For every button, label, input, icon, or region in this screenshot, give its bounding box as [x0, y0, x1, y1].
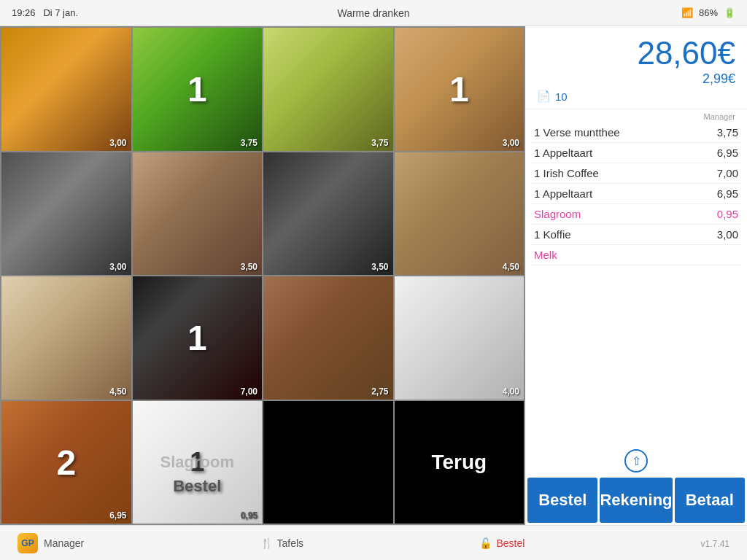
- product-cappuccino[interactable]: 3,50: [133, 152, 263, 276]
- manager-bottom-label: Manager: [44, 537, 84, 549]
- battery-label: 86%: [699, 7, 718, 18]
- version-info: v1.7.41: [701, 537, 729, 549]
- qty-latte: 1: [449, 69, 469, 109]
- order-price-3: 7,00: [709, 167, 738, 179]
- price-mint: 3,75: [241, 138, 258, 148]
- order-item-5: 1 Koffie: [534, 228, 709, 241]
- product-tea[interactable]: 3,00: [1, 28, 131, 151]
- order-price-5: 3,00: [709, 228, 738, 241]
- product-chocolate[interactable]: 2,75: [263, 276, 393, 400]
- bottom-center[interactable]: 🍴 Tafels: [260, 537, 304, 549]
- order-item-2: 1 Appeltaart: [534, 147, 709, 159]
- product-whipcream[interactable]: 4,00: [395, 276, 525, 400]
- product-mint[interactable]: 1 3,75: [133, 28, 263, 151]
- table-icon: 📄: [537, 90, 551, 103]
- qty-mint: 1: [187, 69, 207, 109]
- product-appeltaart[interactable]: 2 6,95: [1, 401, 131, 524]
- price-coffee: 4,50: [503, 262, 519, 272]
- terug-label: Terug: [431, 451, 487, 474]
- price-irishcoffee: 7,00: [241, 386, 258, 397]
- gp-logo: GP: [18, 533, 38, 553]
- product-coffee[interactable]: 4,50: [395, 152, 525, 276]
- tafels-icon: 🍴: [260, 537, 273, 549]
- tafels-label: Tafels: [277, 537, 304, 549]
- order-row-1[interactable]: 1 Verse muntthee 3,75: [531, 122, 741, 143]
- price-espresso: 3,00: [109, 262, 126, 272]
- order-price-slagroom: 0,95: [709, 208, 738, 220]
- logo-text: GP: [21, 538, 34, 548]
- price-appeltaart: 6,95: [109, 510, 126, 521]
- order-list: Manager 1 Verse muntthee 3,75 1 Appeltaa…: [525, 109, 747, 446]
- scroll-up-section: ⇧: [525, 446, 747, 475]
- battery-icon: 🔋: [724, 7, 735, 18]
- bestel-lock-icon: 🔓: [479, 537, 492, 549]
- order-item-3: 1 Irish Coffee: [534, 167, 709, 179]
- manager-label: Manager: [531, 109, 741, 122]
- total-amount: 28,60€: [537, 35, 735, 71]
- bestel-bottom-label: Bestel: [496, 537, 525, 549]
- right-panel: 28,60€ 2,99€ 📄 10 Manager 1 Verse muntth…: [525, 26, 747, 525]
- per-item-amount: 2,99€: [537, 71, 735, 87]
- page-title: Warme dranken: [337, 7, 409, 19]
- date: Di 7 jan.: [43, 7, 78, 18]
- price-chocolate: 2,75: [371, 386, 388, 397]
- label-slagroom: Bestel: [173, 477, 221, 496]
- order-item-1: 1 Verse muntthee: [534, 126, 709, 139]
- price-cappuccino: 3,50: [241, 262, 258, 272]
- price-latte: 3,00: [503, 138, 519, 148]
- betaal-button[interactable]: Betaal: [675, 478, 745, 523]
- slagroom-text: Slagroom: [160, 453, 234, 472]
- price-darkcoffee: 3,50: [371, 262, 388, 272]
- product-empty: [263, 401, 393, 524]
- order-row-3[interactable]: 1 Irish Coffee 7,00: [531, 163, 741, 184]
- price-tea: 3,00: [109, 138, 126, 148]
- order-item-slagroom: Slagroom: [534, 208, 709, 220]
- top-bar: 19:26 Di 7 jan. Warme dranken 📶 86% 🔋: [0, 0, 747, 26]
- main-content: 3,00 1 3,75 3,75 1 3,00 3,00 3,50 3,50 4…: [0, 26, 747, 525]
- action-buttons: Bestel Rekening Betaal: [525, 475, 747, 525]
- price-whipcream: 4,00: [503, 386, 519, 397]
- total-section: 28,60€ 2,99€ 📄 10: [525, 26, 747, 109]
- bottom-bar: GP Manager 🍴 Tafels 🔓 Bestel v1.7.41: [0, 525, 747, 560]
- price-latte2: 4,50: [109, 386, 126, 397]
- order-row-2[interactable]: 1 Appeltaart 6,95: [531, 143, 741, 163]
- order-price-1: 3,75: [709, 126, 738, 139]
- bottom-left: GP Manager: [18, 533, 84, 553]
- order-row-4[interactable]: 1 Appeltaart 6,95: [531, 184, 741, 204]
- order-item-melk: Melk: [534, 249, 709, 261]
- table-indicator: 📄 10: [537, 87, 735, 106]
- price-slagroom: 0,95: [241, 510, 258, 521]
- price-water: 3,75: [371, 138, 388, 148]
- table-number: 10: [555, 90, 568, 103]
- bestel-button[interactable]: Bestel: [527, 478, 597, 523]
- order-row-slagroom[interactable]: Slagroom 0,95: [531, 204, 741, 225]
- qty-irishcoffee: 1: [187, 318, 207, 358]
- scroll-up-button[interactable]: ⇧: [624, 449, 648, 472]
- order-item-4: 1 Appeltaart: [534, 187, 709, 200]
- order-price-4: 6,95: [709, 187, 738, 200]
- product-grid: 3,00 1 3,75 3,75 1 3,00 3,00 3,50 3,50 4…: [0, 26, 525, 525]
- order-row-melk[interactable]: Melk: [531, 245, 741, 265]
- time: 19:26: [12, 7, 36, 18]
- qty-appeltaart: 2: [56, 442, 76, 482]
- product-water[interactable]: 3,75: [263, 28, 393, 151]
- rekening-button[interactable]: Rekening: [600, 478, 672, 523]
- terug-button[interactable]: Terug: [395, 401, 525, 524]
- status-indicators: 📶 86% 🔋: [681, 7, 735, 18]
- order-row-5[interactable]: 1 Koffie 3,00: [531, 225, 741, 245]
- product-darkcoffee[interactable]: 3,50: [263, 152, 393, 276]
- bottom-bestel[interactable]: 🔓 Bestel: [479, 537, 525, 549]
- product-latte2[interactable]: 4,50: [1, 276, 131, 400]
- time-date: 19:26 Di 7 jan.: [12, 7, 78, 18]
- product-slagroom[interactable]: 1 Bestel Slagroom 0,95: [133, 401, 263, 524]
- product-espresso[interactable]: 3,00: [1, 152, 131, 276]
- order-price-2: 6,95: [709, 147, 738, 159]
- product-irishcoffee[interactable]: 1 7,00: [133, 276, 263, 400]
- product-latte[interactable]: 1 3,00: [395, 28, 525, 151]
- wifi-icon: 📶: [681, 7, 693, 18]
- version-text: v1.7.41: [701, 539, 729, 549]
